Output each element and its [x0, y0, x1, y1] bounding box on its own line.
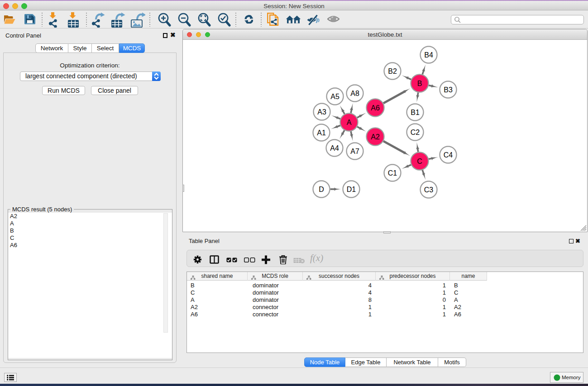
- svg-text:C3: C3: [424, 186, 434, 194]
- svg-text:A6: A6: [371, 104, 380, 112]
- svg-text:A2: A2: [371, 133, 380, 141]
- svg-text:C1: C1: [388, 169, 397, 177]
- svg-text:B4: B4: [424, 51, 433, 59]
- svg-text:A8: A8: [350, 90, 359, 97]
- svg-text:A4: A4: [330, 144, 339, 152]
- svg-text:D1: D1: [347, 186, 356, 193]
- svg-text:B1: B1: [411, 109, 420, 116]
- svg-text:A: A: [347, 119, 352, 126]
- svg-text:C4: C4: [444, 151, 453, 159]
- svg-text:B3: B3: [444, 86, 453, 94]
- svg-text:A3: A3: [317, 108, 326, 116]
- svg-text:A1: A1: [317, 129, 326, 137]
- svg-text:C2: C2: [411, 129, 420, 136]
- svg-text:B: B: [417, 80, 422, 87]
- svg-text:A5: A5: [330, 93, 339, 100]
- svg-text:D: D: [319, 186, 324, 193]
- svg-text:B2: B2: [388, 67, 397, 75]
- svg-text:C: C: [417, 157, 422, 165]
- svg-text:A7: A7: [350, 148, 359, 155]
